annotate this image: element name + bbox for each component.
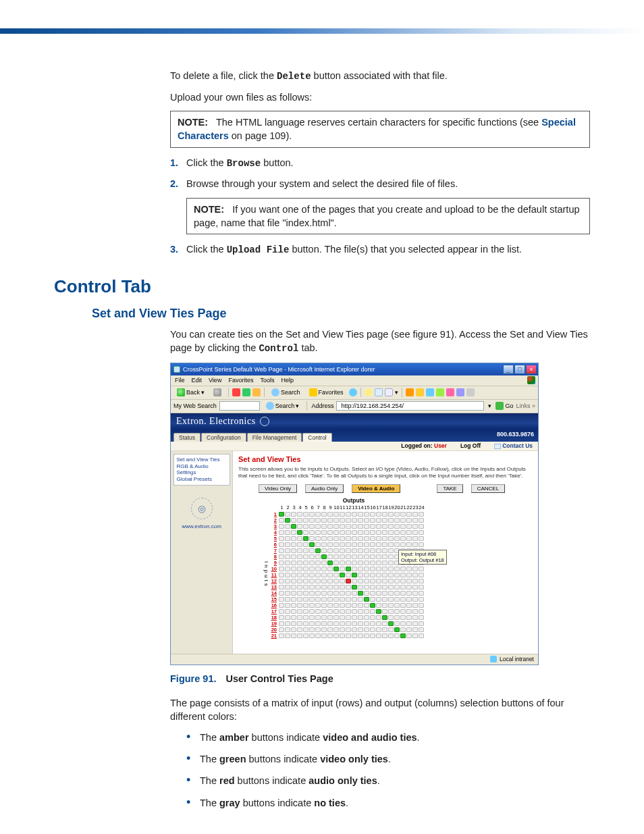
tie-cell[interactable] (303, 530, 308, 535)
tie-cell[interactable] (419, 609, 424, 614)
tie-cell[interactable] (376, 573, 381, 577)
tie-cell[interactable] (327, 530, 333, 535)
tie-cell[interactable] (388, 561, 394, 565)
tie-cell[interactable] (400, 591, 406, 596)
tie-cell[interactable] (388, 615, 394, 620)
tie-cell[interactable] (327, 603, 333, 608)
tie-cell[interactable] (400, 542, 406, 547)
tie-cell[interactable] (394, 542, 400, 547)
tie-cell[interactable] (297, 621, 302, 626)
tie-cell[interactable] (340, 627, 345, 632)
tie-cell[interactable] (309, 627, 315, 632)
tie-cell[interactable] (333, 615, 339, 620)
tie-cell[interactable] (340, 548, 345, 553)
tie-cell[interactable] (291, 567, 296, 571)
tie-cell[interactable] (346, 567, 351, 571)
row-header[interactable]: 20 (269, 627, 279, 633)
tie-cell[interactable] (388, 579, 394, 583)
tie-cell[interactable] (394, 567, 400, 571)
tie-cell[interactable] (340, 573, 345, 577)
tie-cell[interactable] (279, 627, 284, 632)
tie-cell[interactable] (388, 512, 394, 517)
tie-cell[interactable] (333, 621, 339, 626)
tie-cell[interactable] (419, 530, 424, 535)
tie-cell[interactable] (394, 621, 400, 626)
tie-cell[interactable] (321, 579, 327, 583)
tie-cell[interactable] (412, 609, 418, 614)
tie-cell[interactable] (352, 561, 357, 565)
tie-cell[interactable] (412, 579, 418, 583)
tie-cell[interactable] (279, 567, 284, 571)
tie-cell[interactable] (352, 597, 357, 602)
tie-cell[interactable] (352, 603, 357, 608)
tie-cell[interactable] (346, 518, 351, 523)
tie-cell[interactable] (315, 573, 321, 577)
tie-cell[interactable] (382, 548, 387, 553)
tie-cell[interactable] (285, 567, 290, 571)
tie-cell[interactable] (321, 536, 327, 541)
tie-cell[interactable] (297, 536, 302, 541)
tie-cell[interactable] (394, 615, 400, 620)
tie-cell[interactable] (327, 512, 333, 517)
tie-cell[interactable] (315, 597, 321, 602)
tie-cell[interactable] (346, 524, 351, 529)
tie-cell[interactable] (388, 621, 394, 626)
sidebar-item-rgb-audio[interactable]: RGB & Audio Settings (177, 463, 227, 475)
tie-cell[interactable] (327, 621, 333, 626)
tie-cell[interactable] (370, 627, 375, 632)
tie-cell[interactable] (419, 591, 424, 596)
tie-cell[interactable] (297, 627, 302, 632)
tie-cell[interactable] (358, 524, 363, 529)
tie-cell[interactable] (340, 554, 345, 559)
tie-cell[interactable] (382, 591, 387, 596)
tie-cell[interactable] (406, 615, 412, 620)
tie-cell[interactable] (315, 512, 321, 517)
websearch-button[interactable]: Search ▾ (263, 400, 303, 411)
icon[interactable] (456, 388, 464, 396)
row-header[interactable]: 12 (269, 578, 279, 584)
row-header[interactable]: 15 (269, 596, 279, 602)
tie-cell[interactable] (309, 591, 315, 596)
tie-cell[interactable] (370, 548, 375, 553)
tie-cell[interactable] (364, 597, 369, 602)
row-header[interactable]: 17 (269, 608, 279, 615)
tie-cell[interactable] (412, 530, 418, 535)
tie-cell[interactable] (394, 518, 400, 523)
tie-cell[interactable] (291, 554, 296, 559)
tie-cell[interactable] (358, 585, 363, 590)
tie-cell[interactable] (406, 542, 412, 547)
tie-cell[interactable] (333, 573, 339, 577)
tie-cell[interactable] (382, 585, 387, 590)
tie-cell[interactable] (291, 585, 296, 590)
tie-cell[interactable] (321, 633, 327, 638)
tie-cell[interactable] (394, 633, 400, 638)
tie-cell[interactable] (376, 615, 381, 620)
tie-cell[interactable] (346, 597, 351, 602)
tie-cell[interactable] (352, 518, 357, 523)
tie-cell[interactable] (352, 567, 357, 571)
tie-cell[interactable] (327, 633, 333, 638)
tie-cell[interactable] (346, 633, 351, 638)
tie-cell[interactable] (352, 615, 357, 620)
tie-cell[interactable] (419, 536, 424, 541)
tie-cell[interactable] (321, 609, 327, 614)
favorites-button[interactable]: Favorites (306, 387, 347, 398)
menu-view[interactable]: View (209, 377, 221, 384)
tie-cell[interactable] (285, 548, 290, 553)
tie-cell[interactable] (340, 633, 345, 638)
tie-cell[interactable] (358, 591, 363, 596)
tie-cell[interactable] (309, 561, 315, 565)
tie-cell[interactable] (279, 633, 284, 638)
tie-cell[interactable] (358, 567, 363, 571)
tie-cell[interactable] (309, 585, 315, 590)
tie-cell[interactable] (406, 567, 412, 571)
tie-cell[interactable] (358, 518, 363, 523)
tie-cell[interactable] (358, 561, 363, 565)
tie-cell[interactable] (388, 554, 394, 559)
tie-cell[interactable] (303, 554, 308, 559)
tie-cell[interactable] (291, 573, 296, 577)
tie-cell[interactable] (285, 603, 290, 608)
tie-cell[interactable] (382, 518, 387, 523)
tie-cell[interactable] (315, 621, 321, 626)
tie-cell[interactable] (315, 579, 321, 583)
